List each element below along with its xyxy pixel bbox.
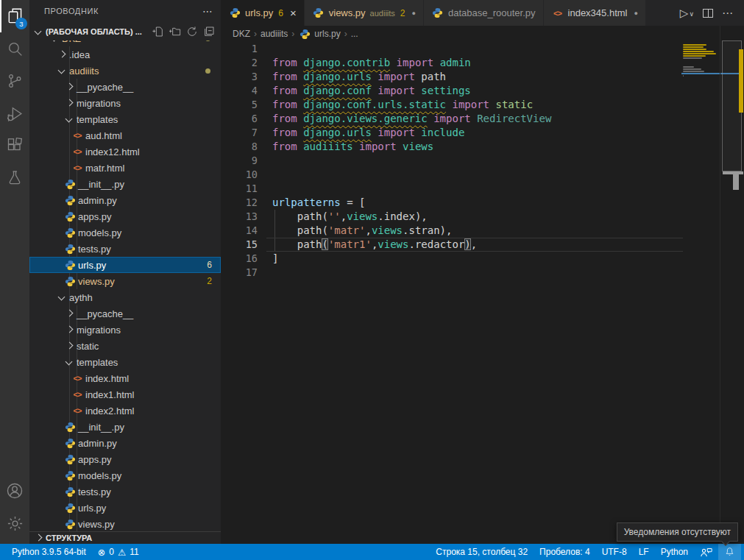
code-line-16[interactable]: 16] — [221, 252, 683, 266]
problems-indicator[interactable]: ⊗ 0 ⚠ 11 — [92, 544, 145, 560]
code-line-15[interactable]: 15 path('matr1',views.redactor), — [221, 238, 683, 252]
tree-item-index12.html[interactable]: <>index12.html — [29, 143, 221, 160]
collapse-all-icon[interactable] — [203, 26, 215, 38]
tree-item-views.py[interactable]: views.py2 — [29, 273, 221, 289]
tree-item-admin.py[interactable]: admin.py — [29, 192, 221, 208]
chevron-right-icon — [63, 324, 75, 336]
indentation-indicator[interactable]: Пробелов: 4 — [534, 544, 596, 560]
tree-item-migrations[interactable]: migrations — [29, 322, 221, 338]
outline-section-header[interactable]: СТРУКТУРА — [29, 531, 221, 544]
tree-item-apps.py[interactable]: apps.py — [29, 451, 221, 467]
tree-item-.idea[interactable]: .idea — [29, 46, 221, 63]
code-text: ] — [272, 252, 278, 266]
refresh-icon[interactable] — [186, 26, 198, 38]
tree-item-tests.py[interactable]: tests.py — [29, 483, 221, 500]
new-folder-icon[interactable] — [169, 26, 181, 38]
activity-bar-extensions-icon[interactable] — [0, 130, 29, 162]
activity-bar-run-debug-icon[interactable] — [0, 97, 29, 130]
tree-item-__init__.py[interactable]: __init__.py — [29, 419, 221, 435]
tree-item-tests.py[interactable]: tests.py — [29, 241, 221, 257]
python-interpreter-indicator[interactable]: Python 3.9.5 64-bit — [6, 544, 92, 560]
code-line-9[interactable]: 9 — [221, 154, 683, 168]
explorer-more-actions-icon[interactable]: ⋯ — [202, 5, 213, 17]
code-line-5[interactable]: 5from django.conf.urls.static import sta… — [221, 98, 683, 112]
workspace-section-header[interactable]: (РАБОЧАЯ ОБЛАСТЬ) ... — [29, 22, 221, 40]
code-line-1[interactable]: 1 — [221, 42, 683, 56]
activity-bar-testing-icon[interactable] — [0, 162, 29, 194]
tree-item-__pycache__[interactable]: __pycache__ — [29, 79, 221, 95]
tree-item-aud.html[interactable]: <>aud.html — [29, 127, 221, 143]
editor-scrollbar[interactable] — [720, 26, 744, 544]
tree-item-views.py[interactable]: views.py — [29, 516, 221, 531]
tree-item-admin.py[interactable]: admin.py — [29, 435, 221, 451]
tree-item-index.html[interactable]: <>index.html — [29, 370, 221, 386]
line-number: 3 — [221, 70, 258, 84]
notifications-bell-icon[interactable] — [718, 544, 741, 560]
tree-item-audiiits[interactable]: audiiits — [29, 63, 221, 79]
code-line-13[interactable]: 13 path('',views.index), — [221, 210, 683, 224]
tree-item-templates[interactable]: templates — [29, 354, 221, 370]
tree-item-__init__.py[interactable]: __init__.py — [29, 176, 221, 192]
tree-item-templates[interactable]: templates — [29, 111, 221, 127]
minimap-line — [683, 66, 694, 68]
tab-views.py[interactable]: views.pyaudiiits2● — [305, 0, 424, 26]
tree-item-urls.py[interactable]: urls.py6 — [29, 257, 221, 273]
eol-indicator[interactable]: LF — [633, 544, 655, 560]
code-line-7[interactable]: 7from django.urls import include — [221, 126, 683, 140]
tab-database_roouter.py[interactable]: database_roouter.py — [424, 0, 544, 26]
code-line-11[interactable]: 11 — [221, 182, 683, 196]
tree-item-migrations[interactable]: migrations — [29, 95, 221, 111]
tree-item-static[interactable]: static — [29, 338, 221, 354]
editor-group: urls.py6×views.pyaudiiits2●database_roou… — [221, 0, 744, 544]
tree-item-matr.html[interactable]: <>matr.html — [29, 160, 221, 176]
activity-bar-account-icon[interactable] — [0, 475, 29, 507]
run-button[interactable]: ▷∨ — [677, 0, 697, 26]
tree-item-label: tests.py — [78, 486, 111, 497]
code-editor[interactable]: 12from django.contrib import admin3from … — [221, 42, 683, 544]
breadcrumb-item-audiiits[interactable]: audiiits — [261, 29, 288, 39]
feedback-icon[interactable] — [694, 544, 718, 560]
more-actions-button[interactable]: ⋯ — [719, 0, 737, 26]
tree-item-__pycache__[interactable]: __pycache__ — [29, 305, 221, 322]
language-mode-indicator[interactable]: Python — [655, 544, 694, 560]
tree-item-DKZ[interactable]: DKZ — [29, 40, 221, 46]
code-line-17[interactable]: 17 — [221, 266, 683, 280]
code-line-14[interactable]: 14 path('matr',views.stran), — [221, 224, 683, 238]
breadcrumb[interactable]: DKZ›audiiits›urls.py›... — [221, 26, 744, 42]
activity-bar-explorer-icon[interactable]: 3 — [0, 0, 29, 32]
code-line-6[interactable]: 6from django.views.generic import Redire… — [221, 112, 683, 126]
code-line-8[interactable]: 8from audiiits import views — [221, 140, 683, 154]
close-icon[interactable]: × — [290, 7, 297, 18]
python-file-icon — [63, 421, 77, 433]
python-file-icon — [63, 178, 77, 190]
breadcrumb-item-DKZ[interactable]: DKZ — [233, 29, 250, 39]
cursor-position-indicator[interactable]: Строка 15, столбец 32 — [430, 544, 534, 560]
tab-urls.py[interactable]: urls.py6× — [221, 0, 305, 26]
code-line-12[interactable]: 12urlpatterns = [ — [221, 196, 683, 210]
tab-label: database_roouter.py — [448, 7, 536, 18]
breadcrumb-item-...[interactable]: ... — [351, 29, 358, 39]
tree-item-apps.py[interactable]: apps.py — [29, 208, 221, 224]
activity-bar-search-icon[interactable] — [0, 32, 29, 65]
tree-item-index2.html[interactable]: <>index2.html — [29, 403, 221, 419]
activity-bar-source-control-icon[interactable] — [0, 65, 29, 97]
code-line-2[interactable]: 2from django.contrib import admin — [221, 56, 683, 70]
tab-index345.html[interactable]: <>index345.html● — [544, 0, 646, 26]
tree-item-models.py[interactable]: models.py — [29, 224, 221, 241]
tree-item-urls.py[interactable]: urls.py — [29, 500, 221, 516]
split-editor-button[interactable] — [700, 0, 716, 26]
tree-item-models.py[interactable]: models.py — [29, 467, 221, 483]
code-line-10[interactable]: 10 — [221, 168, 683, 182]
breadcrumb-item-urls.py[interactable]: urls.py — [298, 28, 340, 40]
tree-item-aythh[interactable]: aythh — [29, 289, 221, 305]
line-number: 8 — [221, 140, 258, 154]
explorer-sidebar: ПРОВОДНИК ⋯ (РАБОЧАЯ ОБЛАСТЬ) ... DKZ.id… — [29, 0, 221, 544]
python-file-icon — [431, 7, 444, 19]
new-file-icon[interactable] — [152, 26, 164, 38]
code-line-4[interactable]: 4from django.conf import settings — [221, 84, 683, 98]
tree-item-index1.html[interactable]: <>index1.html — [29, 386, 221, 403]
encoding-indicator[interactable]: UTF-8 — [596, 544, 633, 560]
code-line-3[interactable]: 3from django.urls import path — [221, 70, 683, 84]
minimap[interactable] — [683, 42, 720, 544]
activity-bar-settings-icon[interactable] — [0, 507, 29, 539]
